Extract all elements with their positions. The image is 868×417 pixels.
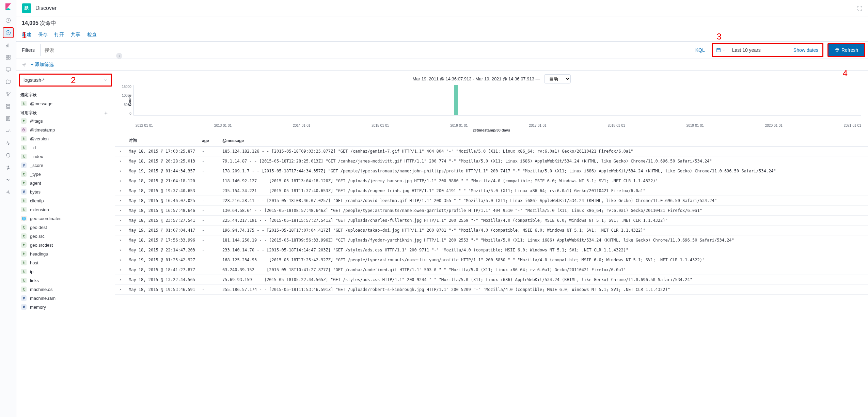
expand-row-icon[interactable]: ›	[115, 166, 125, 176]
field-@version[interactable]: t@version	[18, 134, 113, 143]
nav-apm-icon[interactable]	[3, 125, 14, 136]
space-badge[interactable]: 默	[22, 3, 31, 13]
kibana-logo-icon[interactable]	[4, 3, 12, 11]
index-pattern-select[interactable]: logstash-*	[19, 74, 112, 87]
nav-logs-icon[interactable]	[3, 113, 14, 124]
nav-dashboard-icon[interactable]	[3, 52, 14, 63]
svg-rect-2	[6, 45, 7, 47]
fields-sidebar: logstash-* 2 选定字段 t@message 可用字段 t@tags⏱…	[16, 71, 115, 417]
annotation-3: 3	[717, 31, 722, 42]
field-name: memory	[30, 305, 46, 310]
nav-devtools-icon[interactable]	[3, 162, 14, 173]
expand-row-icon[interactable]: ›	[115, 275, 125, 285]
nav-recent-icon[interactable]	[3, 15, 14, 26]
field-_id[interactable]: t_id	[18, 143, 113, 152]
histogram-bar[interactable]	[454, 85, 458, 115]
nav-siem-icon[interactable]	[3, 150, 14, 161]
field-@message[interactable]: t@message	[18, 99, 113, 108]
nav-maps-icon[interactable]	[3, 76, 14, 87]
field-geo.src[interactable]: tgeo.src	[18, 232, 113, 241]
expand-row-icon[interactable]: ›	[115, 186, 125, 196]
expand-row-icon[interactable]: ›	[115, 285, 125, 295]
expand-row-icon[interactable]: ›	[115, 245, 125, 255]
field-settings-icon[interactable]	[104, 111, 111, 115]
menu-save[interactable]: 保存	[38, 32, 48, 38]
menu-inspect[interactable]: 检查	[87, 32, 97, 38]
expand-row-icon[interactable]: ›	[115, 216, 125, 226]
cell-age: -	[199, 265, 219, 275]
cell-time: May 19, 2015 @ 01:25:42.927	[125, 255, 199, 265]
filters-tab[interactable]: Filters	[16, 44, 41, 56]
field-geo.dest[interactable]: tgeo.dest	[18, 223, 113, 232]
field-host[interactable]: thost	[18, 258, 113, 267]
show-dates-link[interactable]: Show dates	[789, 47, 822, 53]
nav-monitoring-icon[interactable]	[3, 174, 14, 185]
fullscreen-icon[interactable]	[857, 5, 863, 11]
expand-row-icon[interactable]: ›	[115, 146, 125, 156]
kql-toggle[interactable]: KQL	[690, 47, 710, 53]
add-filter-button[interactable]: + 添加筛选	[31, 62, 54, 68]
field-clientip[interactable]: tclientip	[18, 196, 113, 205]
nav-management-icon[interactable]	[3, 187, 14, 198]
search-input[interactable]	[41, 44, 690, 56]
cell-time: May 18, 2015 @ 13:22:44.565	[125, 275, 199, 285]
expand-row-icon[interactable]: ›	[115, 255, 125, 265]
cell-time: May 19, 2015 @ 01:44:34.357	[125, 166, 199, 176]
field-bytes[interactable]: #bytes	[18, 187, 113, 196]
field-@timestamp[interactable]: ⏱@timestamp	[18, 125, 113, 134]
cell-time: May 18, 2015 @ 19:37:40.653	[125, 186, 199, 196]
field-headings[interactable]: theadings	[18, 249, 113, 258]
nav-discover-icon[interactable]	[3, 27, 14, 38]
y-axis-label: Count	[128, 95, 132, 106]
field-type-icon: t	[21, 269, 27, 274]
field-_type[interactable]: t_type	[18, 170, 113, 179]
field-memory[interactable]: #memory	[18, 303, 113, 311]
filter-options-icon[interactable]	[22, 62, 27, 67]
cell-age: -	[199, 206, 219, 216]
available-fields-label: 可用字段	[20, 110, 37, 116]
field-_index[interactable]: t_index	[18, 152, 113, 161]
cell-message: 79.1.14.87 - - [2015-05-18T12:28:25.013Z…	[219, 156, 868, 166]
expand-row-icon[interactable]: ›	[115, 176, 125, 186]
interval-select[interactable]: 自动	[544, 74, 571, 83]
expand-row-icon[interactable]: ›	[115, 156, 125, 166]
field-geo.srcdest[interactable]: tgeo.srcdest	[18, 241, 113, 249]
col-time[interactable]: 时间	[125, 135, 199, 146]
nav-infra-icon[interactable]	[3, 101, 14, 112]
col-message[interactable]: @message	[219, 135, 868, 146]
field-type-icon: t	[21, 154, 27, 159]
menu-share[interactable]: 共享	[71, 32, 80, 38]
annotation-2: 2	[71, 75, 76, 86]
menu-open[interactable]: 打开	[54, 32, 64, 38]
field-links[interactable]: tlinks	[18, 276, 113, 285]
field-geo.coordinates[interactable]: 🌐geo.coordinates	[18, 214, 113, 223]
date-picker[interactable]: Last 10 years Show dates	[712, 43, 823, 57]
col-age[interactable]: age	[199, 135, 219, 146]
field-type-icon: t	[21, 118, 27, 124]
field-ip[interactable]: tip	[18, 267, 113, 276]
expand-row-icon[interactable]: ›	[115, 206, 125, 216]
expand-row-icon[interactable]: ›	[115, 235, 125, 245]
field-machine.ram[interactable]: #machine.ram	[18, 294, 113, 303]
field-type-icon: #	[21, 304, 27, 310]
field-type-icon: #	[21, 295, 27, 301]
nav-uptime-icon[interactable]	[3, 138, 14, 149]
nav-canvas-icon[interactable]	[3, 64, 14, 75]
nav-visualize-icon[interactable]	[3, 40, 14, 50]
expand-row-icon[interactable]: ›	[115, 226, 125, 235]
field-extension[interactable]: textension	[18, 205, 113, 214]
field-machine.os[interactable]: tmachine.os	[18, 285, 113, 294]
field-@tags[interactable]: t@tags	[18, 117, 113, 125]
expand-row-icon[interactable]: ›	[115, 265, 125, 275]
svg-rect-9	[6, 68, 10, 71]
calendar-icon	[716, 48, 721, 52]
table-row: ›May 18, 2015 @ 13:22:44.565-75.69.93.15…	[115, 275, 868, 285]
expand-row-icon[interactable]: ›	[115, 196, 125, 206]
field-_score[interactable]: #_score	[18, 161, 113, 170]
field-type-icon: t	[21, 278, 27, 283]
field-agent[interactable]: tagent	[18, 179, 113, 187]
field-name: host	[30, 260, 38, 265]
field-name: _index	[30, 154, 43, 159]
refresh-button[interactable]: Refresh	[827, 43, 865, 57]
nav-ml-icon[interactable]	[3, 89, 14, 99]
